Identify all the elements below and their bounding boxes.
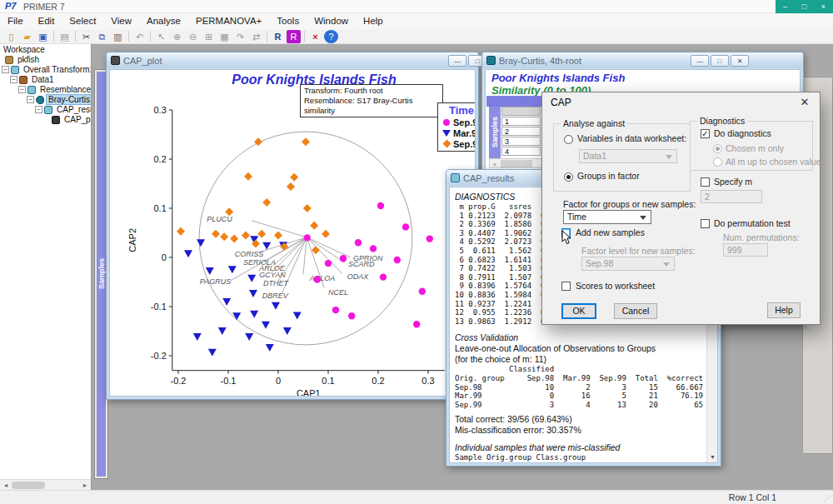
factor-combo[interactable]: Time <box>563 210 651 224</box>
cap-plot-titlebar[interactable]: CAP_plot — □ ✕ <box>107 52 478 68</box>
do-permutation-label[interactable]: Do permutation test <box>714 218 791 228</box>
menu-edit[interactable]: Edit <box>31 13 62 29</box>
point-sep99 <box>242 231 250 239</box>
copy-icon[interactable]: ⧉ <box>95 30 109 43</box>
do-diagnostics-checkbox[interactable]: ✓ <box>701 129 710 138</box>
toolbar-separator <box>267 31 267 42</box>
close-icon[interactable]: × <box>814 0 833 13</box>
fish-icon <box>36 96 44 104</box>
tree-item-resemblance1[interactable]: −Resemblance1 <box>0 85 91 94</box>
scroll-left-icon[interactable]: ◄ <box>1 481 11 490</box>
x-tick-label: 0.3 <box>421 376 434 386</box>
point-mar99 <box>184 250 192 257</box>
do-permutation-checkbox[interactable] <box>701 219 710 228</box>
expand-collapse-icon[interactable]: − <box>2 66 9 73</box>
circle-marker-icon <box>441 119 451 126</box>
minimize-icon[interactable]: — <box>448 55 466 67</box>
chevron-down-icon <box>663 262 670 267</box>
sample-row-3[interactable]: 3 <box>501 137 541 146</box>
expand-collapse-icon[interactable]: − <box>35 106 42 113</box>
scroll-right-icon[interactable]: ► <box>80 481 90 490</box>
menu-permanova[interactable]: PERMANOVA+ <box>188 13 269 29</box>
tree-item-label: CAP_resu <box>55 105 92 114</box>
sample-row-1[interactable]: 1 <box>501 117 541 126</box>
dialog-title: CAP <box>551 97 571 108</box>
expand-collapse-icon[interactable]: − <box>10 76 17 83</box>
resemblance-icon[interactable]: R <box>271 30 285 43</box>
help-button[interactable]: Help <box>767 302 801 318</box>
scroll-thumb[interactable] <box>12 482 45 489</box>
expand-collapse-icon[interactable]: − <box>18 86 26 93</box>
ok-button[interactable]: OK <box>561 303 596 319</box>
close-icon[interactable]: ✕ <box>731 55 749 67</box>
analyse-against-group: Analyse against Variables in data worksh… <box>553 123 691 192</box>
groups-in-factor-label[interactable]: Groups in factor <box>577 171 640 181</box>
diagnostics-group: Diagnostics ✓ Do diagnostics Chosen m on… <box>690 121 813 171</box>
worksheet-heading: Poor Knights Islands Fish <box>491 72 625 84</box>
scores-to-worksheet-label[interactable]: Scores to worksheet <box>576 281 655 291</box>
menu-help[interactable]: Help <box>356 13 391 29</box>
results-line: Sep.99 3 4 13 20 65 <box>455 401 706 410</box>
specify-m-label[interactable]: Specify m <box>714 177 752 187</box>
scroll-left-icon[interactable]: < <box>490 160 500 169</box>
minimize-icon[interactable]: – <box>776 0 795 13</box>
resize-grip-icon[interactable]: ⋰ <box>824 494 831 502</box>
tree-item-cap-resu[interactable]: −CAP_resu <box>0 105 91 114</box>
menu-select[interactable]: Select <box>62 13 103 29</box>
open-icon[interactable]: ▰ <box>20 30 34 43</box>
menu-tools[interactable]: Tools <box>269 13 307 29</box>
menu-view[interactable]: View <box>103 13 139 29</box>
toolbar-separator <box>128 31 129 42</box>
save-icon[interactable]: ▣ <box>36 30 50 43</box>
bray-curtis-titlebar[interactable]: Bray-Curtis, 4th-root — □ ✕ <box>482 52 803 68</box>
paste-icon[interactable]: ▥ <box>111 30 125 43</box>
scroll-down-icon[interactable]: ▼ <box>707 452 718 462</box>
point-sep98 <box>348 312 355 319</box>
point-sep98 <box>402 223 409 230</box>
factor-level-combo: Sep.98 <box>581 257 675 271</box>
maximize-icon[interactable]: □ <box>795 0 814 13</box>
cap-dialog[interactable]: CAP ✕ Analyse against Variables in data … <box>541 92 821 325</box>
tree-item-overall-transform1[interactable]: −Overall Transform1 <box>0 65 91 74</box>
variables-radio[interactable] <box>564 135 573 144</box>
legend-entry-mar99: Mar.99 <box>441 127 476 138</box>
cap-plot-window[interactable]: CAP_plot — □ ✕ Poor Knights Islands Fish… <box>106 52 479 400</box>
groups-in-factor-radio[interactable] <box>564 172 573 182</box>
tree-item-pkfish[interactable]: pkfish <box>0 55 91 64</box>
cut-icon[interactable]: ✂ <box>79 30 93 43</box>
species-label-dthet: DTHET <box>263 279 289 287</box>
species-vector-gprion <box>307 237 351 257</box>
sample-row-2[interactable]: 2 <box>501 127 541 136</box>
tree-horizontal-scrollbar[interactable]: ◄ ► <box>0 479 91 490</box>
new-icon[interactable]: ▯ <box>4 30 18 43</box>
menu-analyse[interactable]: Analyse <box>139 13 188 29</box>
results-line: Sample Orig.group Class.group <box>455 453 706 462</box>
cancel-button[interactable]: Cancel <box>614 303 657 319</box>
redo-icon: ↷ <box>233 30 247 43</box>
add-new-samples-label[interactable]: Add new samples <box>576 227 645 237</box>
resemblance-highlight-icon[interactable]: R <box>287 30 301 43</box>
variables-radio-label[interactable]: Variables in data worksheet: <box>577 133 686 143</box>
species-vector-odax <box>307 237 342 274</box>
species-label-arloa: ARLOA <box>309 274 336 282</box>
tree-item-bray-curtis-4[interactable]: −Bray-Curtis, 4 <box>0 95 91 104</box>
do-diagnostics-label[interactable]: Do diagnostics <box>714 128 771 138</box>
scores-to-worksheet-checkbox[interactable] <box>561 282 571 291</box>
tree-item-cap-p[interactable]: CAP_p <box>0 115 91 124</box>
sample-row-4[interactable]: 4 <box>501 147 541 156</box>
expand-collapse-icon[interactable]: − <box>27 96 34 103</box>
minimize-icon[interactable]: — <box>691 55 709 67</box>
worksheet-cell[interactable] <box>501 107 541 116</box>
tree-item-label: Data1 <box>30 75 56 84</box>
specify-m-checkbox[interactable] <box>701 177 710 187</box>
menu-file[interactable]: File <box>0 13 31 29</box>
menu-window[interactable]: Window <box>307 13 356 29</box>
help-icon[interactable]: ? <box>324 30 338 43</box>
close-icon[interactable]: ✕ <box>796 95 813 110</box>
point-sep99 <box>322 230 330 238</box>
maximize-icon[interactable]: □ <box>711 55 729 67</box>
tree-item-data1[interactable]: −Data1 <box>0 75 91 84</box>
scroll-thumb[interactable] <box>501 160 532 167</box>
delete-icon[interactable]: × <box>308 30 322 43</box>
tree-item-workspace[interactable]: Workspace <box>0 45 91 54</box>
